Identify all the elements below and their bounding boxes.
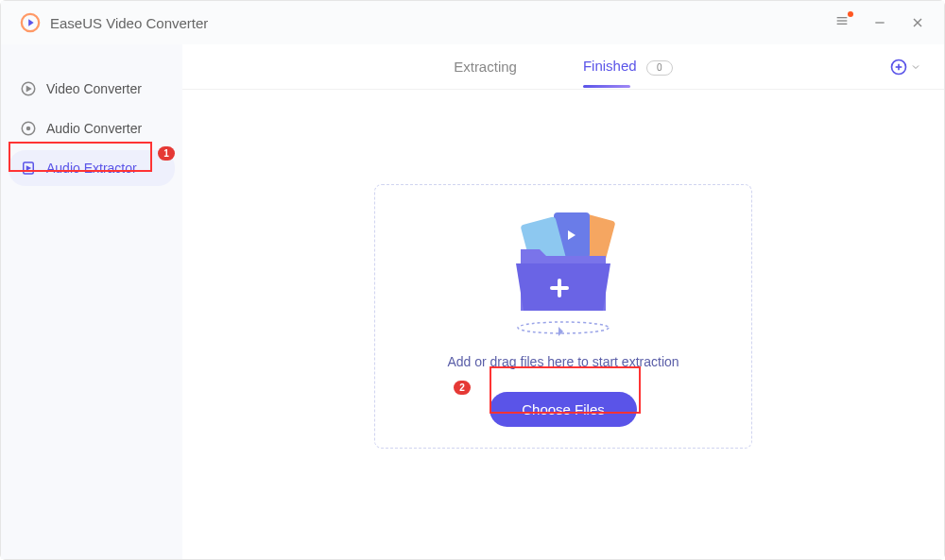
window-controls bbox=[834, 13, 925, 32]
sidebar-item-video-converter[interactable]: Video Converter bbox=[9, 71, 175, 107]
tab-extracting[interactable]: Extracting bbox=[454, 47, 517, 86]
svg-marker-21 bbox=[558, 327, 563, 336]
svg-point-20 bbox=[518, 322, 609, 333]
tab-underline bbox=[583, 85, 630, 88]
tab-finished[interactable]: Finished 0 bbox=[583, 46, 673, 87]
body-area: Video Converter Audio Converter Audio Ex… bbox=[1, 44, 944, 559]
tab-label: Finished bbox=[583, 58, 637, 74]
sidebar-item-label: Audio Extractor bbox=[46, 161, 137, 176]
sidebar-item-audio-extractor[interactable]: Audio Extractor bbox=[9, 150, 175, 186]
chevron-down-icon bbox=[910, 61, 921, 73]
tabs-center: Extracting Finished 0 bbox=[454, 46, 673, 87]
video-converter-icon bbox=[20, 80, 37, 97]
dropzone-text: Add or drag files here to start extracti… bbox=[447, 354, 679, 369]
sidebar: Video Converter Audio Converter Audio Ex… bbox=[1, 44, 182, 559]
tabs-bar: Extracting Finished 0 bbox=[182, 44, 944, 90]
dropzone[interactable]: Add or drag files here to start extracti… bbox=[374, 184, 752, 449]
plus-circle-icon bbox=[889, 58, 908, 76]
svg-point-9 bbox=[27, 127, 30, 130]
folder-illustration bbox=[488, 207, 639, 339]
audio-converter-icon bbox=[20, 120, 37, 137]
app-title: EaseUS Video Converter bbox=[50, 15, 208, 31]
sidebar-item-label: Video Converter bbox=[46, 81, 142, 96]
app-logo-icon bbox=[20, 12, 41, 33]
add-button[interactable] bbox=[889, 58, 921, 76]
tab-count-badge: 0 bbox=[646, 60, 673, 76]
title-left: EaseUS Video Converter bbox=[20, 12, 208, 33]
menu-button[interactable] bbox=[834, 13, 850, 32]
main-content: Extracting Finished 0 bbox=[182, 44, 944, 559]
title-bar: EaseUS Video Converter bbox=[1, 1, 944, 44]
audio-extractor-icon bbox=[20, 160, 37, 177]
close-icon[interactable] bbox=[910, 15, 925, 30]
choose-files-button[interactable]: Choose Files bbox=[490, 392, 637, 427]
tab-label: Extracting bbox=[454, 59, 517, 75]
sidebar-item-label: Audio Converter bbox=[46, 121, 142, 136]
notification-dot bbox=[848, 11, 853, 17]
sidebar-item-audio-converter[interactable]: Audio Converter bbox=[9, 110, 175, 146]
minimize-icon[interactable] bbox=[872, 15, 887, 30]
app-window: EaseUS Video Converter Video Co bbox=[0, 0, 945, 560]
